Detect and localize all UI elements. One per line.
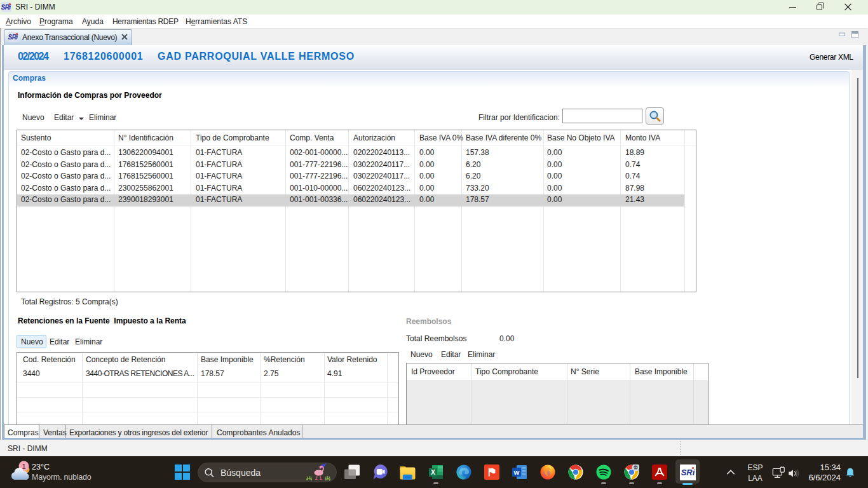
svg-text:X: X (431, 468, 435, 476)
svg-text:W: W (514, 469, 520, 476)
svg-text:1: 1 (22, 463, 25, 470)
